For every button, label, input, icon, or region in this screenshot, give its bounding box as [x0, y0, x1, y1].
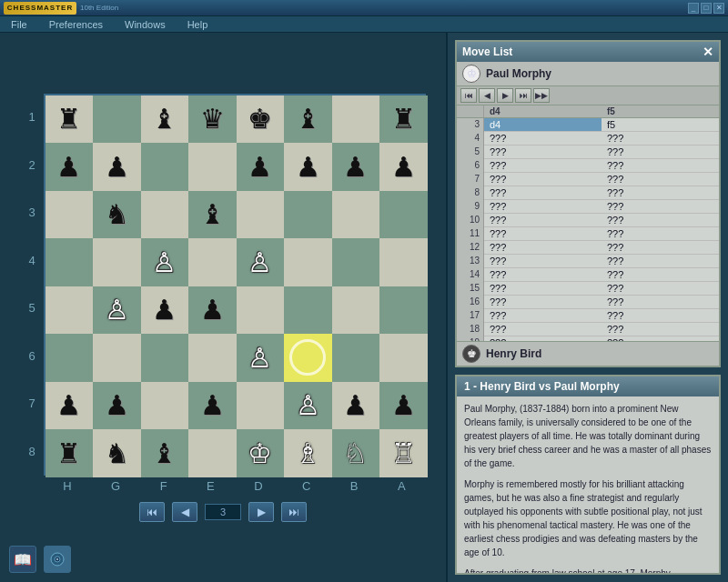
move-white-14[interactable]: ??? — [484, 309, 602, 323]
square-1-6[interactable]: ♟ — [332, 143, 380, 191]
square-4-3[interactable]: ♟ — [188, 286, 237, 335]
square-3-1[interactable] — [93, 238, 141, 286]
square-2-1[interactable]: ♞ — [93, 191, 141, 239]
move-white-7[interactable]: ??? — [484, 214, 602, 227]
square-1-0[interactable]: ♟ — [46, 143, 94, 191]
square-7-2[interactable]: ♝ — [141, 429, 189, 477]
square-6-5[interactable]: ♙ — [284, 382, 332, 430]
menu-preferences[interactable]: Preferences — [46, 18, 106, 31]
last-move-button[interactable]: ⏭ — [281, 502, 307, 522]
move-white-11[interactable]: ??? — [484, 268, 602, 282]
square-3-5[interactable] — [284, 238, 332, 286]
move-black-0[interactable]: f5 — [602, 118, 719, 132]
square-7-7[interactable]: ♖ — [379, 429, 428, 477]
move-white-1[interactable]: ??? — [484, 132, 602, 146]
move-black-12[interactable]: ??? — [602, 282, 719, 296]
square-7-4[interactable]: ♔ — [237, 429, 285, 477]
move-black-7[interactable]: ??? — [602, 214, 719, 227]
square-4-6[interactable] — [332, 286, 380, 335]
close-button[interactable]: ✕ — [713, 3, 724, 14]
move-black-6[interactable]: ??? — [602, 200, 719, 214]
move-white-9[interactable]: ??? — [484, 241, 602, 255]
square-1-5[interactable]: ♟ — [284, 143, 332, 191]
square-6-7[interactable]: ♟ — [379, 382, 428, 430]
move-black-4[interactable]: ??? — [602, 173, 719, 186]
square-7-1[interactable]: ♞ — [93, 429, 141, 477]
move-white-5[interactable]: ??? — [484, 186, 602, 200]
move-black-11[interactable]: ??? — [602, 268, 719, 282]
square-6-6[interactable]: ♟ — [332, 382, 380, 430]
move-white-12[interactable]: ??? — [484, 282, 602, 296]
square-5-1[interactable] — [93, 334, 141, 382]
move-white-0[interactable]: d4 — [484, 118, 602, 132]
square-5-2[interactable] — [141, 334, 189, 382]
square-0-3[interactable]: ♛ — [188, 95, 237, 144]
move-black-10[interactable]: ??? — [602, 255, 719, 268]
square-0-2[interactable]: ♝ — [141, 95, 189, 144]
square-7-6[interactable]: ♘ — [332, 429, 380, 477]
square-5-0[interactable] — [46, 334, 94, 382]
square-3-2[interactable]: ♙ — [141, 238, 189, 286]
square-5-3[interactable] — [188, 334, 237, 382]
square-5-4[interactable]: ♙ — [237, 334, 285, 382]
square-3-7[interactable] — [379, 238, 428, 286]
square-0-0[interactable]: ♜ — [46, 95, 94, 144]
square-7-3[interactable] — [188, 429, 237, 477]
move-white-13[interactable]: ??? — [484, 296, 602, 309]
square-3-4[interactable]: ♙ — [237, 238, 285, 286]
ml-last-button[interactable]: ⏭ — [515, 88, 531, 103]
square-4-1[interactable]: ♙ — [93, 286, 141, 335]
square-2-6[interactable] — [332, 191, 380, 239]
ml-first-button[interactable]: ⏮ — [460, 88, 477, 103]
square-4-7[interactable] — [379, 286, 428, 335]
square-0-7[interactable]: ♜ — [379, 95, 428, 144]
square-4-4[interactable] — [237, 286, 285, 335]
move-white-15[interactable]: ??? — [484, 323, 602, 336]
square-2-2[interactable] — [141, 191, 189, 239]
square-4-0[interactable] — [46, 286, 94, 335]
square-3-6[interactable] — [332, 238, 380, 286]
move-white-8[interactable]: ??? — [484, 227, 602, 241]
square-2-4[interactable] — [237, 191, 285, 239]
square-2-0[interactable] — [46, 191, 94, 239]
square-3-0[interactable] — [46, 238, 94, 286]
music-icon-button[interactable] — [44, 546, 71, 573]
square-0-6[interactable] — [332, 95, 380, 144]
ml-next-button[interactable]: ▶ — [497, 88, 513, 103]
maximize-button[interactable]: □ — [701, 3, 712, 14]
move-list-close-button[interactable]: ✕ — [703, 45, 713, 59]
square-0-5[interactable]: ♝ — [284, 95, 332, 144]
move-black-14[interactable]: ??? — [602, 309, 719, 323]
square-6-0[interactable]: ♟ — [46, 382, 94, 430]
square-1-4[interactable]: ♟ — [237, 143, 285, 191]
square-2-3[interactable]: ♝ — [188, 191, 237, 239]
square-7-5[interactable]: ♗ — [284, 429, 332, 477]
menu-help[interactable]: Help — [184, 18, 212, 31]
move-white-4[interactable]: ??? — [484, 173, 602, 186]
move-white-2[interactable]: ??? — [484, 146, 602, 159]
chess-board[interactable]: ♜♝♛♚♝♜♟♟♟♟♟♟♞♝♙♙♙♟♟♙♟♟♟♙♟♟♜♞♝♔♗♘♖ — [44, 94, 426, 476]
prev-move-button[interactable]: ◀ — [172, 502, 197, 522]
move-black-9[interactable]: ??? — [602, 241, 719, 255]
window-controls[interactable]: _ □ ✕ — [688, 3, 724, 14]
square-1-1[interactable]: ♟ — [93, 143, 141, 191]
next-move-button[interactable]: ▶ — [248, 502, 274, 522]
move-black-8[interactable]: ??? — [602, 227, 719, 241]
square-3-3[interactable] — [188, 238, 237, 286]
square-4-2[interactable]: ♟ — [141, 286, 189, 335]
square-1-7[interactable]: ♟ — [379, 143, 428, 191]
square-7-0[interactable]: ♜ — [46, 429, 94, 477]
minimize-button[interactable]: _ — [688, 3, 699, 14]
square-0-1[interactable] — [93, 95, 141, 144]
move-black-3[interactable]: ??? — [602, 159, 719, 173]
square-6-3[interactable]: ♟ — [188, 382, 237, 430]
square-0-4[interactable]: ♚ — [237, 95, 285, 144]
ml-play-button[interactable]: ▶▶ — [533, 88, 550, 103]
square-2-5[interactable] — [284, 191, 332, 239]
square-6-2[interactable] — [141, 382, 189, 430]
square-5-6[interactable] — [332, 334, 380, 382]
move-black-5[interactable]: ??? — [602, 186, 719, 200]
square-6-4[interactable] — [237, 382, 285, 430]
square-1-2[interactable] — [141, 143, 189, 191]
menu-windows[interactable]: Windows — [121, 18, 169, 31]
